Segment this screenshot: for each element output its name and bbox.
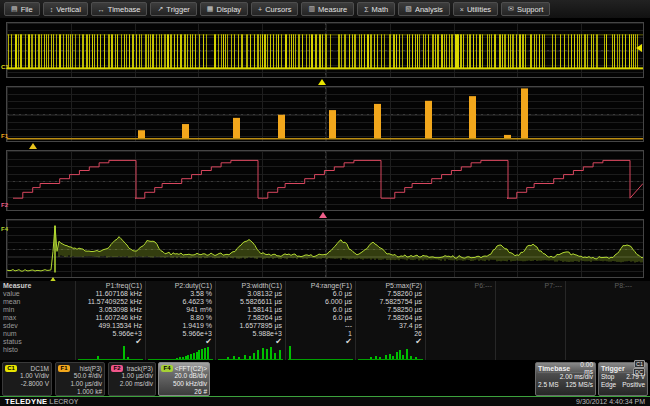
menu-item-timebase[interactable]: ↔Timebase [91, 2, 148, 16]
brand-logo: TELEDYNE LECROY [5, 397, 79, 406]
c1-pulse [48, 34, 49, 68]
c1-pulse [195, 34, 196, 68]
menu-item-display[interactable]: ▦Display [200, 2, 248, 16]
measure-histo-bar [127, 357, 129, 359]
c1-pulse [306, 34, 307, 68]
measure-sdev-P5: 37.4 ps [356, 322, 425, 330]
c1-pulse [82, 34, 84, 68]
measure-num-P5: 26 [356, 330, 425, 338]
c1-pulse [359, 34, 360, 68]
c1-pulse [18, 34, 19, 68]
measure-row-label: mean [0, 298, 75, 306]
measure-col-header-P6[interactable]: P6:--- [426, 281, 495, 290]
c1-pulse [409, 34, 410, 68]
c1-pulse [145, 34, 147, 68]
measure-col-P4: P4:range(F1)6.0 µs6.000 µs6.0 µs6.0 µs--… [285, 281, 355, 360]
c1-pulse [322, 34, 323, 68]
c1-pulse [370, 34, 372, 68]
c1-pulse [402, 34, 403, 68]
c1-pulse [75, 34, 76, 68]
menu-item-label: File [21, 5, 33, 14]
f2-offset-marker[interactable] [319, 212, 327, 218]
c1-pulse [59, 34, 61, 68]
c1-pulse [148, 34, 149, 68]
measure-min-P5: 7.58250 µs [356, 306, 425, 314]
f1-hist-bar [233, 118, 240, 138]
measure-mean-P6 [426, 298, 495, 306]
c1-pulse [396, 34, 397, 68]
f4-waveform [7, 220, 643, 277]
measure-histo-baseline [148, 359, 213, 360]
measure-value-P8 [566, 290, 635, 298]
menu-item-label: Analysis [415, 5, 443, 14]
c1-pulse [499, 34, 501, 68]
measure-histo-bar [289, 346, 291, 359]
c1-pulse [72, 34, 73, 68]
measure-max-P4: 6.0 µs [286, 314, 355, 322]
c1-pulse [423, 34, 424, 68]
measure-col-header-P2[interactable]: P2:duty(C1) [146, 281, 215, 290]
c1-pulse [302, 34, 303, 68]
descriptor-f1[interactable]: F1hist(P3)50.0 #/div1.00 µs/div1.000 k# [55, 362, 105, 396]
menu-item-cursors[interactable]: +Cursors [251, 2, 298, 16]
c1-pulse [467, 34, 468, 68]
timebase-box[interactable]: Timebase 0.00 ms 2.00 ms/div 2.5 MS 125 … [535, 362, 596, 396]
descriptor-f4[interactable]: F4<FFT(C2)>20.0 dB/div500 kHz/div26 # [158, 362, 210, 396]
descriptor-c1[interactable]: C1DC1M1.00 V/div-2.8000 V [2, 362, 52, 396]
c1-pulse [574, 34, 575, 68]
c1-pulse [298, 34, 300, 68]
datetime-label: 9/30/2012 4:40:34 PM [576, 398, 645, 405]
trigger-box[interactable]: Trigger C1DC Stop 2.79 V Edge Positive [598, 362, 648, 396]
f2-track-path [13, 160, 643, 198]
c1-pulse-bright [455, 34, 459, 68]
menu-item-trigger[interactable]: ↗Trigger [150, 2, 196, 16]
c1-pulse [349, 34, 350, 68]
c1-pulse [487, 34, 488, 68]
c1-pulse [250, 34, 251, 68]
measure-histo-bar [274, 353, 276, 359]
trigger-level-marker[interactable] [636, 44, 642, 52]
c1-pulse [15, 34, 17, 68]
measure-row-label: Measure [0, 281, 75, 290]
c1-pulse [412, 34, 413, 68]
c1-pulse [625, 34, 626, 68]
trigger-title: Trigger [601, 365, 625, 372]
trigger-position-marker[interactable] [318, 79, 326, 85]
c1-pulse [231, 34, 232, 68]
c1-pulse [536, 34, 537, 68]
menu-item-utilities[interactable]: ×Utilities [453, 2, 498, 16]
c1-pulse [31, 34, 33, 68]
measure-col-P7: P7:--- [495, 281, 565, 360]
menu-item-math[interactable]: ΣMath [357, 2, 395, 16]
menu-item-support[interactable]: ✉Support [501, 2, 550, 16]
c1-pulse [260, 34, 261, 68]
measure-sdev-P8 [566, 322, 635, 330]
measure-col-header-P1[interactable]: P1:freq(C1) [76, 281, 145, 290]
measure-col-header-P5[interactable]: P5:max(F2) [356, 281, 425, 290]
c1-pulse [108, 34, 110, 68]
measure-col-header-P4[interactable]: P4:range(F1) [286, 281, 355, 290]
measure-status-P8 [566, 338, 635, 346]
c1-pulse [502, 34, 503, 68]
c1-pulse [469, 34, 471, 68]
c1-pulse [525, 34, 526, 68]
c1-pulse [587, 34, 588, 68]
measure-col-header-P8[interactable]: P8:--- [566, 281, 635, 290]
menu-item-file[interactable]: ▤File [4, 2, 40, 16]
menu-item-analysis[interactable]: ▧Analysis [398, 2, 450, 16]
menu-bar: ▤File↕Vertical↔Timebase↗Trigger▦Display+… [0, 0, 650, 19]
c1-pulse [276, 34, 277, 68]
vertical-icon: ↕ [50, 6, 54, 13]
measure-col-header-P3[interactable]: P3:width(C1) [216, 281, 285, 290]
menu-item-vertical[interactable]: ↕Vertical [43, 2, 88, 16]
measure-histo-bar [257, 350, 259, 359]
descriptor-f2[interactable]: F2track(P3)1.00 µs/div2.00 ms/div [108, 362, 156, 396]
c1-pulse [631, 34, 632, 68]
c1-pulse [341, 34, 342, 68]
menu-item-measure[interactable]: ▥Measure [301, 2, 354, 16]
c1-pulse [291, 34, 292, 68]
f1-offset-marker[interactable] [29, 143, 37, 149]
measure-col-header-P7[interactable]: P7:--- [496, 281, 565, 290]
c1-pulse [367, 34, 369, 68]
c1-pulse [399, 34, 400, 68]
